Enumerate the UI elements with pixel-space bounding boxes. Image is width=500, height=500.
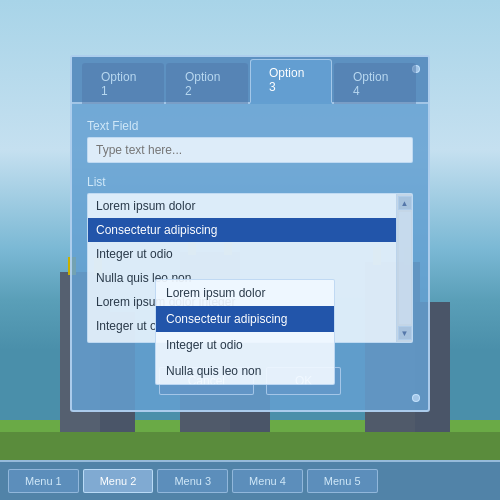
text-field-label: Text Field (87, 119, 413, 133)
list-label: List (87, 175, 413, 189)
scroll-thumb[interactable] (399, 212, 411, 324)
scrollbar-track: ▲ ▼ (396, 194, 412, 342)
tab-option3[interactable]: Option 3 (250, 59, 332, 104)
dropdown-item[interactable]: Lorem ipsum dolor (156, 280, 334, 306)
dropdown-item[interactable]: Nulla quis leo non (156, 358, 334, 384)
menu-button-2[interactable]: Menu 2 (83, 469, 154, 493)
dialog-overlay: Option 1 Option 2 Option 3 Option 4 Text… (0, 0, 500, 500)
list-item[interactable]: Consectetur adipiscing (88, 218, 396, 242)
list-item[interactable]: Lorem ipsum dolor (88, 194, 396, 218)
dropdown-item[interactable]: Integer ut odio (156, 332, 334, 358)
scroll-up-button[interactable]: ▲ (398, 196, 412, 210)
tab-option1[interactable]: Option 1 (82, 63, 164, 104)
dropdown-menu: Lorem ipsum dolor Consectetur adipiscing… (155, 279, 335, 385)
menu-button-3[interactable]: Menu 3 (157, 469, 228, 493)
text-input[interactable] (87, 137, 413, 163)
list-item[interactable]: Integer ut odio (88, 242, 396, 266)
tab-option2[interactable]: Option 2 (166, 63, 248, 104)
menu-button-5[interactable]: Menu 5 (307, 469, 378, 493)
tab-option4[interactable]: Option 4 (334, 63, 416, 104)
dropdown-item[interactable]: Consectetur adipiscing (156, 306, 334, 332)
menu-button-4[interactable]: Menu 4 (232, 469, 303, 493)
taskbar: Menu 1 Menu 2 Menu 3 Menu 4 Menu 5 (0, 460, 500, 500)
menu-button-1[interactable]: Menu 1 (8, 469, 79, 493)
corner-decoration-br (412, 394, 420, 402)
scroll-down-button[interactable]: ▼ (398, 326, 412, 340)
tab-bar: Option 1 Option 2 Option 3 Option 4 (72, 57, 428, 104)
